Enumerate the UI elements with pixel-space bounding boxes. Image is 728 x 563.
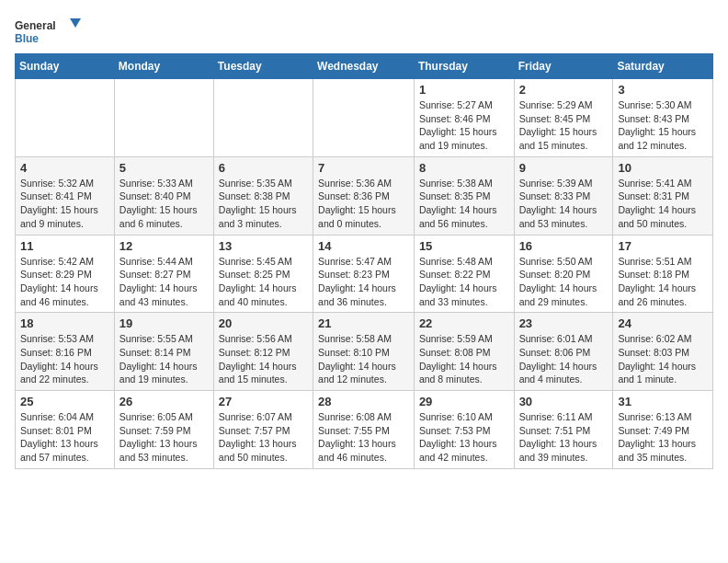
calendar-cell: 21Sunrise: 5:58 AM Sunset: 8:10 PM Dayli… [313, 313, 415, 391]
calendar-cell: 3Sunrise: 5:30 AM Sunset: 8:43 PM Daylig… [613, 79, 713, 157]
day-info: Sunrise: 6:01 AM Sunset: 8:06 PM Dayligh… [519, 332, 609, 386]
logo-icon: General Blue [15, 15, 84, 46]
day-number: 28 [318, 395, 409, 408]
calendar-cell: 5Sunrise: 5:33 AM Sunset: 8:40 PM Daylig… [114, 156, 213, 235]
day-number: 6 [219, 161, 308, 175]
day-info: Sunrise: 5:59 AM Sunset: 8:08 PM Dayligh… [419, 332, 509, 386]
day-number: 20 [219, 316, 308, 330]
header-thursday: Thursday [414, 54, 514, 79]
day-number: 4 [20, 161, 109, 175]
calendar-cell: 7Sunrise: 5:36 AM Sunset: 8:36 PM Daylig… [313, 156, 415, 235]
calendar-cell: 16Sunrise: 5:50 AM Sunset: 8:20 PM Dayli… [514, 235, 613, 313]
header-row: SundayMondayTuesdayWednesdayThursdayFrid… [16, 54, 713, 79]
week-row-3: 11Sunrise: 5:42 AM Sunset: 8:29 PM Dayli… [16, 235, 713, 313]
calendar-cell: 1Sunrise: 5:27 AM Sunset: 8:46 PM Daylig… [414, 79, 514, 157]
calendar-cell: 24Sunrise: 6:02 AM Sunset: 8:03 PM Dayli… [613, 313, 713, 391]
day-number: 5 [119, 161, 209, 175]
calendar-cell: 26Sunrise: 6:05 AM Sunset: 7:59 PM Dayli… [114, 391, 213, 469]
calendar-cell: 6Sunrise: 5:35 AM Sunset: 8:38 PM Daylig… [213, 156, 313, 235]
day-number: 24 [618, 316, 708, 330]
calendar-cell: 17Sunrise: 5:51 AM Sunset: 8:18 PM Dayli… [613, 235, 713, 313]
day-info: Sunrise: 5:47 AM Sunset: 8:23 PM Dayligh… [318, 255, 409, 309]
day-number: 11 [20, 239, 109, 253]
calendar-cell: 31Sunrise: 6:13 AM Sunset: 7:49 PM Dayli… [613, 391, 713, 469]
logo: General Blue [15, 15, 84, 46]
day-info: Sunrise: 5:48 AM Sunset: 8:22 PM Dayligh… [419, 255, 509, 309]
day-number: 23 [519, 316, 609, 330]
day-info: Sunrise: 5:41 AM Sunset: 8:31 PM Dayligh… [618, 177, 708, 231]
header-friday: Friday [514, 54, 613, 79]
calendar-cell: 18Sunrise: 5:53 AM Sunset: 8:16 PM Dayli… [16, 313, 115, 391]
week-row-4: 18Sunrise: 5:53 AM Sunset: 8:16 PM Dayli… [16, 313, 713, 391]
day-info: Sunrise: 5:53 AM Sunset: 8:16 PM Dayligh… [20, 332, 109, 386]
day-number: 13 [219, 239, 308, 253]
day-number: 10 [618, 161, 708, 175]
calendar-cell [16, 79, 115, 157]
day-info: Sunrise: 6:04 AM Sunset: 8:01 PM Dayligh… [20, 410, 109, 465]
day-number: 3 [618, 83, 708, 97]
calendar-cell: 14Sunrise: 5:47 AM Sunset: 8:23 PM Dayli… [313, 235, 415, 313]
svg-text:Blue: Blue [15, 32, 39, 45]
calendar-cell: 27Sunrise: 6:07 AM Sunset: 7:57 PM Dayli… [213, 391, 313, 469]
header-monday: Monday [114, 54, 213, 79]
day-info: Sunrise: 6:08 AM Sunset: 7:55 PM Dayligh… [318, 410, 409, 465]
calendar-body: 1Sunrise: 5:27 AM Sunset: 8:46 PM Daylig… [16, 79, 713, 469]
day-number: 22 [419, 316, 509, 330]
week-row-2: 4Sunrise: 5:32 AM Sunset: 8:41 PM Daylig… [16, 156, 713, 235]
header-tuesday: Tuesday [213, 54, 313, 79]
calendar-cell [114, 79, 213, 157]
day-info: Sunrise: 6:05 AM Sunset: 7:59 PM Dayligh… [119, 410, 209, 465]
day-number: 9 [519, 161, 609, 175]
day-number: 26 [119, 395, 209, 408]
calendar-cell: 4Sunrise: 5:32 AM Sunset: 8:41 PM Daylig… [16, 156, 115, 235]
day-info: Sunrise: 6:10 AM Sunset: 7:53 PM Dayligh… [419, 410, 509, 465]
day-info: Sunrise: 5:27 AM Sunset: 8:46 PM Dayligh… [419, 98, 509, 153]
day-number: 25 [20, 395, 109, 408]
calendar-cell [313, 79, 415, 157]
day-number: 1 [419, 83, 509, 97]
calendar-cell [213, 79, 313, 157]
day-info: Sunrise: 5:42 AM Sunset: 8:29 PM Dayligh… [20, 255, 109, 309]
day-info: Sunrise: 5:55 AM Sunset: 8:14 PM Dayligh… [119, 332, 209, 386]
day-number: 29 [419, 395, 509, 408]
day-info: Sunrise: 6:11 AM Sunset: 7:51 PM Dayligh… [519, 410, 609, 465]
calendar-cell: 2Sunrise: 5:29 AM Sunset: 8:45 PM Daylig… [514, 79, 613, 157]
day-number: 21 [318, 316, 409, 330]
calendar-cell: 30Sunrise: 6:11 AM Sunset: 7:51 PM Dayli… [514, 391, 613, 469]
calendar-cell: 15Sunrise: 5:48 AM Sunset: 8:22 PM Dayli… [414, 235, 514, 313]
day-number: 31 [618, 395, 708, 408]
day-info: Sunrise: 5:29 AM Sunset: 8:45 PM Dayligh… [519, 98, 609, 153]
day-info: Sunrise: 5:50 AM Sunset: 8:20 PM Dayligh… [519, 255, 609, 309]
calendar-cell: 9Sunrise: 5:39 AM Sunset: 8:33 PM Daylig… [514, 156, 613, 235]
day-number: 17 [618, 239, 708, 253]
calendar-cell: 10Sunrise: 5:41 AM Sunset: 8:31 PM Dayli… [613, 156, 713, 235]
week-row-1: 1Sunrise: 5:27 AM Sunset: 8:46 PM Daylig… [16, 79, 713, 157]
day-number: 2 [519, 83, 609, 97]
svg-text:General: General [15, 19, 56, 32]
day-info: Sunrise: 5:39 AM Sunset: 8:33 PM Dayligh… [519, 177, 609, 231]
calendar-cell: 28Sunrise: 6:08 AM Sunset: 7:55 PM Dayli… [313, 391, 415, 469]
calendar-cell: 22Sunrise: 5:59 AM Sunset: 8:08 PM Dayli… [414, 313, 514, 391]
calendar-table: SundayMondayTuesdayWednesdayThursdayFrid… [15, 53, 713, 469]
day-info: Sunrise: 5:45 AM Sunset: 8:25 PM Dayligh… [219, 255, 308, 309]
day-number: 14 [318, 239, 409, 253]
day-info: Sunrise: 5:51 AM Sunset: 8:18 PM Dayligh… [618, 255, 708, 309]
day-info: Sunrise: 5:30 AM Sunset: 8:43 PM Dayligh… [618, 98, 708, 153]
day-number: 8 [419, 161, 509, 175]
calendar-cell: 8Sunrise: 5:38 AM Sunset: 8:35 PM Daylig… [414, 156, 514, 235]
day-info: Sunrise: 6:13 AM Sunset: 7:49 PM Dayligh… [618, 410, 708, 465]
day-info: Sunrise: 5:36 AM Sunset: 8:36 PM Dayligh… [318, 177, 409, 231]
day-info: Sunrise: 5:35 AM Sunset: 8:38 PM Dayligh… [219, 177, 308, 231]
day-info: Sunrise: 5:32 AM Sunset: 8:41 PM Dayligh… [20, 177, 109, 231]
day-number: 19 [119, 316, 209, 330]
svg-marker-2 [70, 18, 81, 28]
day-info: Sunrise: 5:33 AM Sunset: 8:40 PM Dayligh… [119, 177, 209, 231]
header-sunday: Sunday [16, 54, 115, 79]
day-info: Sunrise: 5:58 AM Sunset: 8:10 PM Dayligh… [318, 332, 409, 386]
day-info: Sunrise: 5:44 AM Sunset: 8:27 PM Dayligh… [119, 255, 209, 309]
day-number: 27 [219, 395, 308, 408]
day-info: Sunrise: 6:02 AM Sunset: 8:03 PM Dayligh… [618, 332, 708, 386]
calendar-header: SundayMondayTuesdayWednesdayThursdayFrid… [16, 54, 713, 79]
day-info: Sunrise: 5:56 AM Sunset: 8:12 PM Dayligh… [219, 332, 308, 386]
page-header: General Blue [15, 15, 713, 46]
